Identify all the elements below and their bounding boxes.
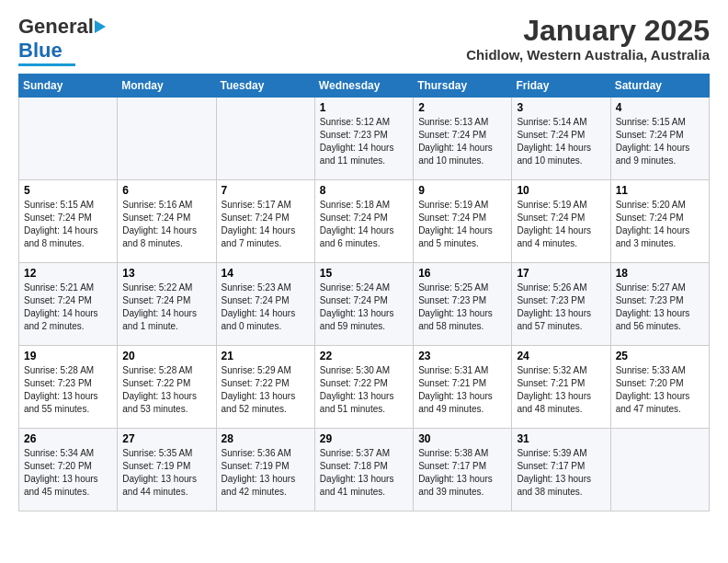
day-detail: Sunrise: 5:23 AMSunset: 7:24 PMDaylight:… <box>222 282 310 333</box>
day-number: 5 <box>24 184 112 197</box>
weekday-header-monday: Monday <box>118 75 216 98</box>
day-number: 10 <box>517 184 605 197</box>
calendar-cell: 11Sunrise: 5:20 AMSunset: 7:24 PMDayligh… <box>610 180 709 263</box>
day-detail: Sunrise: 5:15 AMSunset: 7:24 PMDaylight:… <box>24 199 112 250</box>
calendar-cell: 23Sunrise: 5:31 AMSunset: 7:21 PMDayligh… <box>414 346 512 429</box>
day-number: 13 <box>122 267 210 280</box>
day-number: 11 <box>616 184 704 197</box>
calendar-cell: 8Sunrise: 5:18 AMSunset: 7:24 PMDaylight… <box>314 180 413 263</box>
day-detail: Sunrise: 5:20 AMSunset: 7:24 PMDaylight:… <box>616 199 704 250</box>
calendar-cell: 9Sunrise: 5:19 AMSunset: 7:24 PMDaylight… <box>414 180 512 263</box>
day-detail: Sunrise: 5:17 AMSunset: 7:24 PMDaylight:… <box>222 199 310 250</box>
calendar-cell: 2Sunrise: 5:13 AMSunset: 7:24 PMDaylight… <box>414 98 512 180</box>
calendar-cell: 20Sunrise: 5:28 AMSunset: 7:22 PMDayligh… <box>118 346 216 429</box>
day-detail: Sunrise: 5:34 AMSunset: 7:20 PMDaylight:… <box>24 447 112 499</box>
calendar-cell: 13Sunrise: 5:22 AMSunset: 7:24 PMDayligh… <box>118 263 216 346</box>
day-detail: Sunrise: 5:29 AMSunset: 7:22 PMDaylight:… <box>222 364 310 416</box>
calendar-cell: 1Sunrise: 5:12 AMSunset: 7:23 PMDaylight… <box>314 98 413 180</box>
day-number: 28 <box>222 432 310 445</box>
calendar-cell: 31Sunrise: 5:39 AMSunset: 7:17 PMDayligh… <box>512 429 610 511</box>
day-number: 19 <box>24 350 112 362</box>
calendar-cell: 16Sunrise: 5:25 AMSunset: 7:23 PMDayligh… <box>414 263 512 346</box>
calendar-cell: 10Sunrise: 5:19 AMSunset: 7:24 PMDayligh… <box>512 180 610 263</box>
day-number: 24 <box>517 350 605 362</box>
calendar-cell: 25Sunrise: 5:33 AMSunset: 7:20 PMDayligh… <box>610 346 709 429</box>
weekday-header-tuesday: Tuesday <box>216 75 314 98</box>
calendar-cell: 5Sunrise: 5:15 AMSunset: 7:24 PMDaylight… <box>19 180 118 263</box>
day-detail: Sunrise: 5:18 AMSunset: 7:24 PMDaylight:… <box>320 199 408 250</box>
day-number: 1 <box>320 101 408 114</box>
logo-blue: Blue <box>18 39 63 63</box>
weekday-header-saturday: Saturday <box>610 75 709 98</box>
day-number: 20 <box>122 350 210 362</box>
day-detail: Sunrise: 5:12 AMSunset: 7:23 PMDaylight:… <box>320 116 408 167</box>
calendar-cell: 26Sunrise: 5:34 AMSunset: 7:20 PMDayligh… <box>19 429 118 511</box>
calendar-cell: 18Sunrise: 5:27 AMSunset: 7:23 PMDayligh… <box>610 263 709 346</box>
day-number: 16 <box>418 267 506 280</box>
day-number: 31 <box>517 432 605 445</box>
day-number: 2 <box>418 101 506 114</box>
day-number: 3 <box>517 101 605 114</box>
weekday-header-sunday: Sunday <box>19 75 118 98</box>
day-detail: Sunrise: 5:39 AMSunset: 7:17 PMDaylight:… <box>517 447 605 499</box>
page-header: General Blue January 2025 Chidlow, Weste… <box>18 15 710 66</box>
day-detail: Sunrise: 5:19 AMSunset: 7:24 PMDaylight:… <box>418 199 506 250</box>
day-number: 15 <box>320 267 408 280</box>
day-number: 12 <box>24 267 112 280</box>
day-detail: Sunrise: 5:15 AMSunset: 7:24 PMDaylight:… <box>616 116 704 167</box>
week-row-5: 26Sunrise: 5:34 AMSunset: 7:20 PMDayligh… <box>19 429 710 511</box>
calendar-cell: 14Sunrise: 5:23 AMSunset: 7:24 PMDayligh… <box>216 263 314 346</box>
calendar-cell <box>19 98 118 180</box>
calendar-cell: 7Sunrise: 5:17 AMSunset: 7:24 PMDaylight… <box>216 180 314 263</box>
day-number: 23 <box>418 350 506 362</box>
day-number: 30 <box>418 432 506 445</box>
week-row-2: 5Sunrise: 5:15 AMSunset: 7:24 PMDaylight… <box>19 180 710 263</box>
day-detail: Sunrise: 5:37 AMSunset: 7:18 PMDaylight:… <box>320 447 408 499</box>
day-detail: Sunrise: 5:30 AMSunset: 7:22 PMDaylight:… <box>320 364 408 416</box>
logo-arrow-icon <box>95 20 106 33</box>
day-number: 9 <box>418 184 506 197</box>
day-number: 22 <box>320 350 408 362</box>
weekday-header-wednesday: Wednesday <box>314 75 413 98</box>
day-detail: Sunrise: 5:27 AMSunset: 7:23 PMDaylight:… <box>616 282 704 333</box>
week-row-4: 19Sunrise: 5:28 AMSunset: 7:23 PMDayligh… <box>19 346 710 429</box>
calendar-cell: 28Sunrise: 5:36 AMSunset: 7:19 PMDayligh… <box>216 429 314 511</box>
day-detail: Sunrise: 5:28 AMSunset: 7:22 PMDaylight:… <box>122 364 210 416</box>
week-row-1: 1Sunrise: 5:12 AMSunset: 7:23 PMDaylight… <box>19 98 710 180</box>
day-detail: Sunrise: 5:28 AMSunset: 7:23 PMDaylight:… <box>24 364 112 416</box>
weekday-header-friday: Friday <box>512 75 610 98</box>
day-number: 21 <box>222 350 310 362</box>
day-detail: Sunrise: 5:16 AMSunset: 7:24 PMDaylight:… <box>122 199 210 250</box>
weekday-header-thursday: Thursday <box>414 75 512 98</box>
day-detail: Sunrise: 5:25 AMSunset: 7:23 PMDaylight:… <box>418 282 506 333</box>
logo-underline <box>18 63 75 66</box>
day-number: 25 <box>616 350 704 362</box>
calendar-cell: 21Sunrise: 5:29 AMSunset: 7:22 PMDayligh… <box>216 346 314 429</box>
calendar-cell <box>118 98 216 180</box>
day-number: 8 <box>320 184 408 197</box>
weekday-header-row: SundayMondayTuesdayWednesdayThursdayFrid… <box>19 75 710 98</box>
calendar-cell: 24Sunrise: 5:32 AMSunset: 7:21 PMDayligh… <box>512 346 610 429</box>
calendar-cell: 27Sunrise: 5:35 AMSunset: 7:19 PMDayligh… <box>118 429 216 511</box>
day-detail: Sunrise: 5:13 AMSunset: 7:24 PMDaylight:… <box>418 116 506 167</box>
day-number: 14 <box>222 267 310 280</box>
month-title: January 2025 <box>466 15 710 47</box>
calendar-table: SundayMondayTuesdayWednesdayThursdayFrid… <box>18 74 710 511</box>
calendar-cell: 29Sunrise: 5:37 AMSunset: 7:18 PMDayligh… <box>314 429 413 511</box>
title-block: January 2025 Chidlow, Western Australia,… <box>466 15 710 63</box>
calendar-cell: 6Sunrise: 5:16 AMSunset: 7:24 PMDaylight… <box>118 180 216 263</box>
day-detail: Sunrise: 5:22 AMSunset: 7:24 PMDaylight:… <box>122 282 210 333</box>
day-detail: Sunrise: 5:19 AMSunset: 7:24 PMDaylight:… <box>517 199 605 250</box>
day-number: 7 <box>222 184 310 197</box>
calendar-cell: 4Sunrise: 5:15 AMSunset: 7:24 PMDaylight… <box>610 98 709 180</box>
day-number: 6 <box>122 184 210 197</box>
calendar-cell: 17Sunrise: 5:26 AMSunset: 7:23 PMDayligh… <box>512 263 610 346</box>
day-detail: Sunrise: 5:33 AMSunset: 7:20 PMDaylight:… <box>616 364 704 416</box>
day-detail: Sunrise: 5:21 AMSunset: 7:24 PMDaylight:… <box>24 282 112 333</box>
day-detail: Sunrise: 5:35 AMSunset: 7:19 PMDaylight:… <box>122 447 210 499</box>
calendar-cell <box>216 98 314 180</box>
logo: General Blue <box>18 15 106 66</box>
day-number: 4 <box>616 101 704 114</box>
day-detail: Sunrise: 5:26 AMSunset: 7:23 PMDaylight:… <box>517 282 605 333</box>
week-row-3: 12Sunrise: 5:21 AMSunset: 7:24 PMDayligh… <box>19 263 710 346</box>
